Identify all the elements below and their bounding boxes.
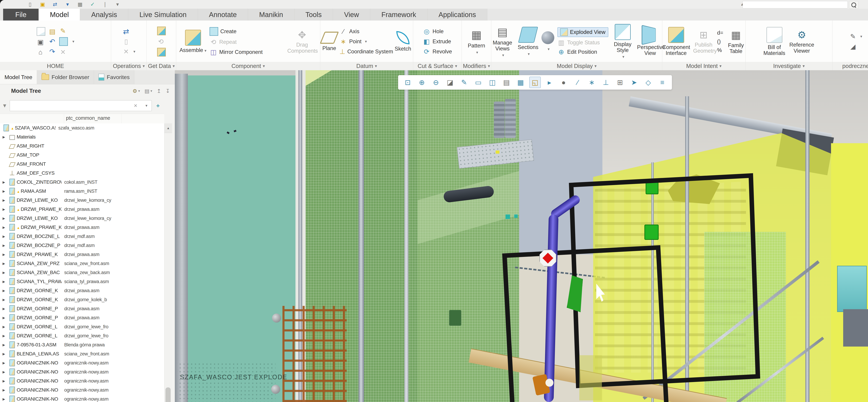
scrollbar-thumb[interactable] bbox=[165, 387, 170, 402]
tree-column-header[interactable]: ptc_common_name bbox=[0, 114, 164, 124]
edit-position-button[interactable]: ⊕Edit Position bbox=[557, 48, 608, 56]
tree-row[interactable]: ▶ DRZWI_PRAWE_K drzwi_prawa.asm bbox=[0, 205, 164, 214]
tree-row[interactable]: ▶ OGRANICZNIK-NO ogranicznik-nowy.asm bbox=[0, 376, 164, 385]
component-interface-button[interactable]: Component Interface bbox=[662, 27, 690, 56]
expand-arrow-icon[interactable]: ▶ bbox=[0, 325, 8, 329]
tree-row[interactable]: ▶ OGRANICZNIK-NO ogranicznik-nowy.asm bbox=[0, 395, 164, 402]
search-button[interactable] bbox=[849, 1, 859, 9]
tree-row[interactable]: ▶ RAMA.ASM rama.asm_INST bbox=[0, 186, 164, 196]
expand-arrow-icon[interactable]: ▶ bbox=[0, 180, 8, 184]
locate-icon[interactable]: + bbox=[156, 103, 160, 109]
expand-arrow-icon[interactable]: ▶ bbox=[0, 352, 8, 356]
group-label-get-data[interactable]: Get Data bbox=[147, 62, 176, 70]
publish-geometry-button[interactable]: ⊞ Publish Geometry bbox=[693, 29, 714, 54]
expand-arrow-icon[interactable]: ▶ bbox=[0, 262, 8, 265]
tree-row[interactable]: ▶ ASM_TOP bbox=[0, 150, 164, 160]
tree-row[interactable]: ▶ DRZWI_GORNE_K drzwi_prawa.asm bbox=[0, 286, 164, 295]
graphics-toolbar-icon[interactable]: ≡ bbox=[657, 77, 668, 88]
navigator-tab[interactable]: Favorites bbox=[94, 70, 134, 84]
tree-row[interactable]: ▶ OGRANICZNIK-NO ogranicznik-nowy.asm bbox=[0, 367, 164, 376]
graphics-area[interactable]: ⊡⊕⊖◪✎▭◫▤▦◱▸●∕∗⊥⊞➤◇≡ SZAFA_WASCO JEST EXP… bbox=[175, 70, 868, 402]
graphics-toolbar-icon[interactable]: ➤ bbox=[629, 77, 640, 88]
graphics-toolbar-icon[interactable]: ⊞ bbox=[615, 77, 625, 88]
tree-row[interactable]: ▶ SCIANA_TYL_PRAW sciana_tyl_prawa.asm bbox=[0, 277, 164, 286]
home-more-dropdown[interactable] bbox=[71, 39, 74, 44]
tree-settings-button[interactable]: ⚙▾ bbox=[132, 88, 140, 94]
quick-access-icon[interactable]: ▾ bbox=[114, 1, 122, 8]
filter-dropdown-icon[interactable]: ▾ bbox=[146, 104, 147, 108]
plane-button[interactable]: Plane bbox=[322, 32, 336, 52]
tree-row[interactable]: ▶ SCIANA_ZEW_PRZ sciana_zew_front.asm bbox=[0, 259, 164, 268]
expand-arrow-icon[interactable]: ▶ bbox=[0, 343, 8, 347]
expand-arrow-icon[interactable]: ▶ bbox=[0, 234, 8, 238]
bill-of-materials-button[interactable]: Bill of Materials bbox=[763, 27, 786, 56]
graphics-toolbar-icon[interactable]: ∗ bbox=[586, 77, 597, 88]
tree-row[interactable]: ▶ DRZWI_PRAWE_K drzwi_prawa.asm bbox=[0, 223, 164, 232]
ribbon-tab[interactable]: Analysis bbox=[80, 9, 128, 21]
tree-row[interactable]: ▶ COKOL_ZINTEGROW cokol.asm_INST bbox=[0, 178, 164, 186]
import-button[interactable] bbox=[157, 27, 166, 35]
expand-arrow-icon[interactable]: ▶ bbox=[0, 298, 8, 302]
graphics-toolbar-icon[interactable]: ✎ bbox=[459, 77, 470, 88]
expand-arrow-icon[interactable]: ▶ bbox=[0, 316, 8, 320]
tree-row[interactable]: ▶ DRZWI_GORNE_L drzwi_gorne_lewe_fro bbox=[0, 331, 164, 340]
group-label-model-intent[interactable]: Model Intent bbox=[662, 62, 746, 70]
expand-arrow-icon[interactable]: ▶ bbox=[0, 135, 8, 139]
tree-row[interactable]: ▶ DRZWI_GORNE_L drzwi_gorne_lewe_fro bbox=[0, 322, 164, 331]
revolve-button[interactable]: ⟳Revolve bbox=[423, 48, 452, 55]
switch-percent-button[interactable]: % bbox=[717, 47, 723, 53]
tree-row[interactable]: ▶ BLENDA_LEWA.AS sciana_zew_front.asm bbox=[0, 349, 164, 358]
tree-row[interactable]: ▶ DRZWI_BOCZNE_P drzwi_mdf.asm bbox=[0, 241, 164, 250]
regenerate-button[interactable]: ⇄ bbox=[122, 28, 135, 35]
expand-arrow-icon[interactable]: ▶ bbox=[0, 388, 8, 392]
quick-access-icon[interactable]: ▾ bbox=[64, 1, 71, 8]
expand-arrow-icon[interactable]: ▶ bbox=[0, 243, 8, 248]
ribbon-tab[interactable]: Framework bbox=[370, 9, 427, 21]
tree-row[interactable]: ▶ DRZWI_LEWE_KO drzwi_lewe_komora_cy bbox=[0, 196, 164, 205]
home-button[interactable]: ⌂ bbox=[37, 48, 45, 56]
tree-row[interactable]: ▶ ASM_FRONT bbox=[0, 160, 164, 169]
graphics-toolbar-icon[interactable]: ● bbox=[558, 77, 569, 88]
tree-row[interactable]: ▶ Materials bbox=[0, 133, 164, 141]
quick-access-icon[interactable]: ✓ bbox=[89, 1, 96, 8]
graphics-toolbar-icon[interactable]: ▸ bbox=[544, 77, 555, 88]
expand-arrow-icon[interactable]: ▶ bbox=[0, 198, 8, 202]
copy-op-button[interactable]: ▯ bbox=[122, 38, 135, 46]
scroll-up-icon[interactable]: ▲ bbox=[164, 123, 172, 133]
navigator-tab[interactable]: Folder Browser bbox=[37, 70, 94, 84]
repeat-button[interactable]: ⟲Repeat bbox=[210, 38, 284, 46]
expand-arrow-icon[interactable]: ▶ bbox=[0, 379, 8, 383]
rust-lattice[interactable] bbox=[282, 306, 347, 402]
quick-access-icon[interactable]: ▣ bbox=[38, 1, 46, 8]
ribbon-tab[interactable]: Live Simulation bbox=[128, 9, 198, 21]
expand-arrow-icon[interactable]: ▶ bbox=[0, 217, 8, 220]
graphics-toolbar-icon[interactable]: ⊥ bbox=[600, 77, 611, 88]
expand-arrow-icon[interactable]: ▶ bbox=[0, 397, 8, 401]
group-label-component[interactable]: Component bbox=[176, 62, 320, 70]
delete-op-button[interactable]: ✕ bbox=[122, 48, 135, 55]
command-search-input[interactable] bbox=[743, 1, 848, 8]
tree-scrollbar[interactable]: ▲ bbox=[164, 123, 172, 402]
coordinate-system-button[interactable]: ⊥Coordinate System bbox=[340, 48, 392, 55]
expand-arrow-icon[interactable]: ▶ bbox=[0, 307, 8, 311]
save-button[interactable]: ▣ bbox=[37, 38, 45, 46]
toggle-status-button[interactable]: ▥Toggle Status bbox=[557, 39, 608, 47]
expand-arrow-icon[interactable]: ▶ bbox=[0, 253, 8, 257]
graphics-toolbar-icon[interactable]: ◱ bbox=[529, 77, 541, 88]
group-label-operations[interactable]: Operations bbox=[111, 62, 147, 70]
custom-eraser-button[interactable]: ◢ bbox=[849, 43, 862, 50]
tree-pin-button[interactable]: ↥ bbox=[157, 88, 161, 94]
ribbon-tab[interactable]: View bbox=[333, 9, 370, 21]
ribbon-tab[interactable]: Applications bbox=[427, 9, 487, 21]
ribbon-tab[interactable]: Model bbox=[39, 9, 80, 21]
graphics-toolbar-icon[interactable]: ▭ bbox=[473, 77, 484, 88]
switch-brace-button[interactable]: () bbox=[717, 38, 723, 45]
graphics-toolbar-icon[interactable]: ⊕ bbox=[416, 77, 427, 88]
graphics-toolbar-icon[interactable]: ∕ bbox=[572, 77, 583, 88]
delete-button[interactable]: ✕ bbox=[59, 48, 68, 56]
manage-views-button[interactable]: ▤ Manage Views bbox=[490, 26, 515, 58]
expand-arrow-icon[interactable]: ▶ bbox=[0, 189, 8, 193]
drag-components-button[interactable]: ✥ Drag Components bbox=[287, 29, 317, 54]
tree-row[interactable]: ▶ ASM_RIGHT bbox=[0, 141, 164, 150]
expand-arrow-icon[interactable]: ▶ bbox=[0, 289, 8, 293]
